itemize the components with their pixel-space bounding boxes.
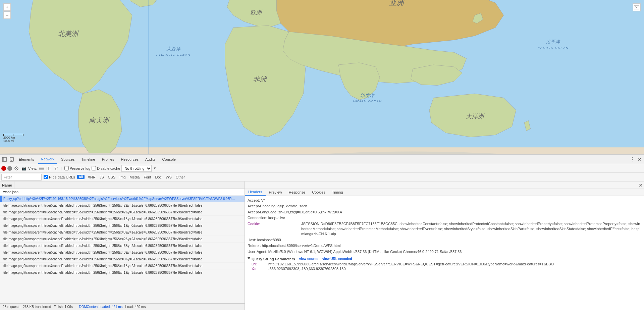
finish-time: Finish: 1.06s	[54, 305, 73, 309]
filter-bar: Hide data URLs All XHR JS CSS Img Media …	[0, 173, 644, 182]
detail-close-bar: ✕	[245, 182, 644, 189]
request-name[interactable]: tileImage.png?transparent=true&cacheEnab…	[2, 230, 238, 234]
user-agent-header-value: User-Agent: Mozilla/5.0 (Windows NT 6.1;…	[248, 249, 462, 254]
svg-text:INDIAN OCEAN: INDIAN OCEAN	[353, 99, 382, 103]
request-name[interactable]: tileImage.png?transparent=true&cacheEnab…	[2, 224, 238, 227]
devtools-inspect-icon[interactable]	[1, 156, 7, 162]
filter-other[interactable]: Other	[175, 175, 186, 179]
request-row[interactable]: Proxy.jsp?url=http%3A%2F%2F192.168.15.99…	[0, 196, 245, 202]
detail-tab-timing[interactable]: Timing	[329, 189, 346, 196]
query-param-x-value: -663.92307692308,-180,663.92307692308,18…	[268, 267, 346, 271]
filter-media[interactable]: Media	[128, 175, 141, 179]
devtools-close-icon[interactable]: ✕	[637, 156, 643, 162]
hide-data-urls-label[interactable]: Hide data URLs	[44, 175, 75, 179]
request-row[interactable]: tileImage.png?transparent=true&cacheEnab…	[0, 202, 245, 209]
filter-js[interactable]: JS	[99, 175, 105, 179]
filter-css[interactable]: CSS	[107, 175, 117, 179]
tab-sources[interactable]: Sources	[58, 155, 77, 164]
capture-icon[interactable]: 📷	[21, 165, 27, 171]
view-source-link[interactable]: view source	[299, 257, 318, 261]
request-name[interactable]: tileImage.png?transparent=true&cacheEnab…	[2, 204, 238, 207]
tab-profiles[interactable]: Profiles	[99, 155, 117, 164]
cookie-header-value: JSESSIONID=D86E8FB2CF4B8F5F7FC7135F1B8CC…	[301, 221, 641, 237]
detail-tab-headers[interactable]: Headers	[245, 189, 266, 196]
detail-tab-preview[interactable]: Preview	[266, 189, 285, 196]
request-headers-section: Accept: */* Accept-Encoding: gzip, defla…	[248, 198, 641, 254]
scale-mi-label: 1000 mi	[3, 139, 23, 143]
request-name[interactable]: tileImage.png?transparent=true&cacheEnab…	[2, 251, 238, 254]
preserve-log-checkbox-label[interactable]: Preserve log	[64, 166, 91, 170]
accept-encoding-header-value: Accept-Encoding: gzip, deflate, sdch	[248, 204, 307, 209]
filter-font[interactable]: Font	[143, 175, 152, 179]
devtools-corner-buttons: ⋮ ✕	[629, 156, 643, 162]
devtools-more-icon[interactable]: ⋮	[629, 156, 635, 162]
view-list-icon[interactable]	[39, 165, 45, 171]
request-name[interactable]: tileImage.png?transparent=true&cacheEnab…	[2, 210, 238, 214]
request-name[interactable]: tileImage.png?transparent=true&cacheEnab…	[2, 217, 238, 221]
zoom-out-button[interactable]: −	[3, 11, 11, 19]
request-name[interactable]: Proxy.jsp?url=http%3A%2F%2F192.168.15.99…	[2, 197, 238, 201]
detail-close-button[interactable]: ✕	[639, 183, 643, 188]
svg-marker-32	[54, 167, 58, 170]
filter-input[interactable]	[1, 174, 42, 180]
hide-data-urls-checkbox[interactable]	[44, 175, 48, 179]
accept-language-header-row: Accept-Language: zh-CN,zh;q=0.8,en;q=0.6…	[248, 210, 641, 215]
filter-ws[interactable]: WS	[165, 175, 173, 179]
request-name[interactable]: tileImage.png?transparent=true&cacheEnab…	[2, 264, 238, 268]
disable-cache-checkbox-label[interactable]: Disable cache	[92, 166, 120, 170]
request-name[interactable]: tileImage.png?transparent=true&cacheEnab…	[2, 244, 238, 248]
tab-network[interactable]: Network	[38, 155, 57, 164]
preserve-log-checkbox[interactable]	[64, 166, 69, 170]
email-icon[interactable]	[633, 3, 641, 11]
hide-data-urls-text: Hide data URLs	[49, 175, 75, 179]
request-row[interactable]: tileImage.png?transparent=true&cacheEnab…	[0, 216, 245, 222]
detail-tab-response[interactable]: Response	[285, 189, 309, 196]
request-row[interactable]: tileImage.png?transparent=true&cacheEnab…	[0, 249, 245, 256]
all-filter-badge[interactable]: All	[77, 175, 85, 179]
query-params-section-title[interactable]: Query String Parameters view source view…	[248, 257, 641, 261]
request-row[interactable]: tileImage.png?transparent=true&cacheEnab…	[0, 209, 245, 216]
accept-header-row: Accept: */*	[248, 198, 641, 203]
svg-text:欧洲: 欧洲	[250, 9, 263, 16]
cookie-header-key: Cookie:	[248, 221, 301, 237]
record-button[interactable]	[1, 166, 6, 171]
request-name[interactable]: tileImage.png?transparent=true&cacheEnab…	[2, 257, 238, 261]
svg-point-24	[9, 167, 11, 169]
zoom-in-button[interactable]: +	[3, 3, 11, 11]
request-row[interactable]: tileImage.png?transparent=true&cacheEnab…	[0, 263, 245, 269]
throttle-select[interactable]: No throttling	[121, 165, 152, 172]
request-name[interactable]: tileImage.png?transparent=true&cacheEnab…	[2, 271, 238, 274]
request-row[interactable]: tileImage.png?transparent=true&cacheEnab…	[0, 236, 245, 243]
tab-resources[interactable]: Resources	[118, 155, 141, 164]
tab-console[interactable]: Console	[160, 155, 178, 164]
request-row[interactable]: tileImage.png?transparent=true&cacheEnab…	[0, 256, 245, 263]
svg-text:北美洲: 北美洲	[58, 30, 79, 37]
svg-text:PACIFIC OCEAN: PACIFIC OCEAN	[538, 46, 569, 50]
request-row[interactable]: tileImage.png?transparent=true&cacheEnab…	[0, 243, 245, 249]
devtools-device-icon[interactable]	[9, 156, 15, 162]
request-row[interactable]: world.json	[0, 189, 245, 196]
request-row[interactable]: tileImage.png?transparent=true&cacheEnab…	[0, 229, 245, 236]
view-url-encoded-link[interactable]: view URL encoded	[322, 257, 352, 261]
request-row[interactable]: tileImage.png?transparent=true&cacheEnab…	[0, 222, 245, 229]
tab-elements[interactable]: Elements	[16, 155, 37, 164]
view-label: View:	[28, 166, 37, 170]
svg-text:非洲: 非洲	[253, 75, 267, 83]
stop-button[interactable]	[7, 166, 12, 171]
detail-tab-cookies[interactable]: Cookies	[309, 189, 329, 196]
scale-km-label: 2000 km	[3, 136, 23, 139]
disable-cache-checkbox[interactable]	[92, 166, 96, 170]
tab-timeline[interactable]: Timeline	[79, 155, 98, 164]
tab-audits[interactable]: Audits	[143, 155, 158, 164]
request-name[interactable]: tileImage.png?transparent=true&cacheEnab…	[2, 237, 238, 241]
view-detail-icon[interactable]	[46, 165, 52, 171]
clear-button[interactable]	[13, 165, 19, 171]
svg-text:印度洋: 印度洋	[360, 93, 375, 98]
filter-doc[interactable]: Doc	[154, 175, 163, 179]
filter-img[interactable]: Img	[118, 175, 126, 179]
request-name[interactable]: world.json	[2, 190, 238, 194]
filter-icon[interactable]	[53, 165, 59, 171]
filter-xhr[interactable]: XHR	[87, 175, 96, 179]
request-row[interactable]: tileImage.png?transparent=true&cacheEnab…	[0, 269, 245, 276]
query-param-url-row: url: http://192.168.15.99:6080/arcgis/se…	[248, 262, 641, 266]
